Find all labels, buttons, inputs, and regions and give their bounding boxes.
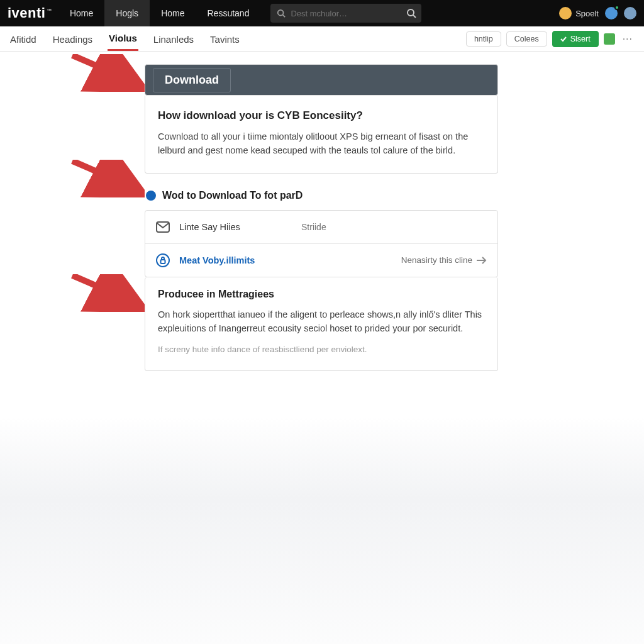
mail-icon <box>155 219 170 235</box>
top-right: Spoelt <box>559 7 636 19</box>
intro-title: How idownload your is CYB Eoncesiity? <box>158 109 485 122</box>
download-chip: Download <box>153 68 231 92</box>
svg-point-0 <box>278 10 284 16</box>
tab-afitidd[interactable]: Afitidd <box>9 28 38 50</box>
produce-title: Producee in Mettragiees <box>158 289 485 300</box>
item-title: Linte Say Hiies <box>179 222 292 232</box>
produce-card: Producee in Mettragiees On hork siopertt… <box>145 277 498 371</box>
bullet-icon <box>146 191 156 201</box>
tab-tavints[interactable]: Tavints <box>209 28 241 50</box>
user-name: Spoelt <box>575 9 599 18</box>
check-icon <box>560 36 567 42</box>
topnav-item-home-2[interactable]: Home <box>150 0 196 26</box>
items-card: Linte Say Hiies Striide Meat Voby.illimi… <box>145 210 498 277</box>
list-item[interactable]: Linte Say Hiies Striide <box>145 211 497 243</box>
background-fade <box>0 416 644 644</box>
notifications-icon[interactable] <box>605 7 618 19</box>
item-title: Meat Voby.illimits <box>179 255 292 265</box>
intro-card: How idownload your is CYB Eoncesiity? Co… <box>145 96 498 174</box>
svg-point-2 <box>408 9 414 16</box>
toolbar-colees-button[interactable]: Colees <box>506 31 547 47</box>
brand-text: iventi <box>8 5 45 21</box>
topnav-item-hogls[interactable]: Hogls <box>104 0 150 26</box>
user-chip[interactable]: Spoelt <box>559 7 599 19</box>
search-input[interactable] <box>291 9 406 18</box>
avatar <box>559 7 572 19</box>
tab-toolbar: hntlip Colees Slsert ··· <box>466 31 635 47</box>
search-box[interactable] <box>270 4 421 23</box>
arrow-annotation-icon <box>69 160 145 197</box>
download-header-band: Download <box>145 64 498 96</box>
arrow-right-icon <box>476 256 487 265</box>
produce-body: On hork siopertthat ianueo if the aligen… <box>158 308 485 336</box>
produce-footnote: If screny hute info dance of reasbisctli… <box>158 343 485 357</box>
tab-headings[interactable]: Headings <box>52 28 94 50</box>
status-square-icon[interactable] <box>604 33 615 45</box>
lock-icon <box>155 253 170 268</box>
apps-icon[interactable] <box>624 7 636 19</box>
tab-violus[interactable]: Violus <box>108 26 138 51</box>
item-cta[interactable]: Nenasirty this cline <box>401 255 487 265</box>
toolbar-slsert-button[interactable]: Slsert <box>552 31 599 47</box>
notification-dot-icon <box>614 5 619 10</box>
brand-logo: iventi™ <box>8 5 58 21</box>
section-link-row[interactable]: Wod to Download To fot parD <box>146 190 499 201</box>
search-icon <box>277 9 286 18</box>
arrow-annotation-icon <box>69 274 145 312</box>
topnav-item-home-1[interactable]: Home <box>58 0 104 26</box>
tab-linanleds[interactable]: Linanleds <box>152 28 195 50</box>
item-subtitle: Striide <box>301 222 326 232</box>
more-menu-icon[interactable]: ··· <box>620 33 635 45</box>
content-area: Download How idownload your is CYB Eonce… <box>0 52 644 371</box>
svg-line-1 <box>283 15 286 18</box>
brand-tm: ™ <box>47 8 52 14</box>
toolbar-hntlip-button[interactable]: hntlip <box>466 31 501 47</box>
intro-body: Cownload to all your i tiime miontaly ol… <box>158 130 485 158</box>
item-cta-label: Nenasirty this cline <box>401 255 472 265</box>
top-nav: Home Hogls Home Ressutand <box>58 0 260 26</box>
search-go-icon[interactable] <box>406 8 416 18</box>
topnav-item-ressutand[interactable]: Ressutand <box>196 0 260 26</box>
section-link-text: Wod to Download To fot parD <box>162 190 303 201</box>
top-bar: iventi™ Home Hogls Home Ressutand Spoelt <box>0 0 644 26</box>
list-item[interactable]: Meat Voby.illimits Nenasirty this cline <box>145 243 497 277</box>
svg-line-3 <box>413 15 416 18</box>
svg-rect-6 <box>161 260 165 264</box>
arrow-annotation-icon <box>69 54 145 92</box>
tab-bar: Afitidd Headings Violus Linanleds Tavint… <box>0 26 644 52</box>
toolbar-slsert-label: Slsert <box>570 35 591 43</box>
